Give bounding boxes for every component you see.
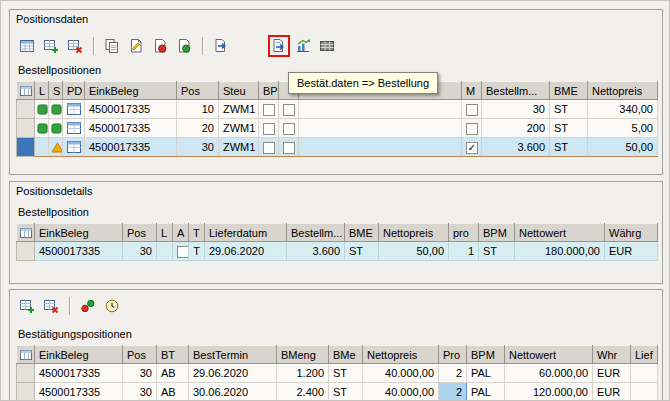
col-pro[interactable]: pro <box>449 224 479 242</box>
cell-steu[interactable]: ZWM1 <box>219 138 259 157</box>
cell-bpm[interactable]: PAL <box>467 364 505 383</box>
cell-bestellmenge[interactable]: 30 <box>482 100 550 119</box>
cell-nettowert[interactable]: 60.000,00 <box>505 364 593 383</box>
row-selector[interactable] <box>17 119 35 138</box>
cell-s[interactable] <box>49 138 63 157</box>
col-bestellmenge[interactable]: Bestellm... <box>482 82 550 100</box>
cell-bpm-checkbox[interactable] <box>259 119 279 138</box>
col-pos[interactable]: Pos <box>123 224 157 242</box>
cell-einkbeleg[interactable]: 4500017335 <box>85 100 177 119</box>
cell-a-checkbox[interactable] <box>173 242 189 261</box>
cell-einkbeleg[interactable]: 4500017335 <box>85 119 177 138</box>
cell-pos[interactable]: 20 <box>177 119 219 138</box>
checkbox-checked[interactable]: ✓ <box>466 142 478 154</box>
cell-bme[interactable]: ST <box>329 383 363 401</box>
cell-bpm[interactable]: PAL <box>467 383 505 401</box>
col-steu[interactable]: Steu <box>219 82 259 100</box>
col-nettopreis[interactable]: Nettopreis <box>363 346 439 364</box>
cell-bt[interactable]: AB <box>157 364 189 383</box>
cell-bestellmenge[interactable]: 200 <box>482 119 550 138</box>
confirmation-to-order-button[interactable] <box>268 35 290 57</box>
col-besttermin[interactable]: BestTermin <box>189 346 277 364</box>
cell-lief[interactable] <box>631 364 658 383</box>
col-pos[interactable]: Pos <box>177 82 219 100</box>
cell-bpm-checkbox[interactable] <box>259 138 279 157</box>
checkbox-unchecked[interactable] <box>263 104 275 116</box>
cell-bestellmenge[interactable]: 3.600 <box>482 138 550 157</box>
table-config-header[interactable] <box>17 82 35 100</box>
cell-bmeng[interactable]: 2.400 <box>277 383 329 401</box>
col-bt[interactable]: BT <box>157 346 189 364</box>
cell-nettopreis[interactable]: 40.000,00 <box>363 383 439 401</box>
checkbox-unchecked[interactable] <box>283 104 295 116</box>
col-m[interactable]: M <box>462 82 482 100</box>
row-selector-selected[interactable] <box>17 138 35 157</box>
col-pro[interactable]: Pro <box>439 346 467 364</box>
cell-l[interactable] <box>35 138 49 157</box>
checkbox-unchecked[interactable] <box>283 142 295 154</box>
cell-pos[interactable]: 30 <box>123 242 157 261</box>
checkbox-unchecked[interactable] <box>263 142 275 154</box>
cell-nettowert[interactable]: 180.000,00 <box>515 242 605 261</box>
cell-pos[interactable]: 10 <box>177 100 219 119</box>
col-bme[interactable]: BME <box>550 82 588 100</box>
checkbox-unchecked[interactable] <box>263 123 275 135</box>
cell-l[interactable] <box>157 242 173 261</box>
col-bpm[interactable]: BPM <box>467 346 505 364</box>
accept-button[interactable] <box>173 35 195 57</box>
cell-einkbeleg[interactable]: 4500017335 <box>35 242 123 261</box>
cell-s[interactable] <box>49 100 63 119</box>
col-bpm[interactable]: BPM <box>479 224 515 242</box>
col-bpm[interactable]: BPM <box>259 82 279 100</box>
transfer-button[interactable] <box>210 35 232 57</box>
cell-bme[interactable]: ST <box>550 138 588 157</box>
cell-pos[interactable]: 30 <box>123 364 157 383</box>
cell-bt[interactable]: AB <box>157 383 189 401</box>
table-config-header[interactable] <box>17 346 35 364</box>
cell-m-checkbox[interactable]: ✓ <box>462 138 482 157</box>
cell-s[interactable] <box>49 119 63 138</box>
cell-checkbox[interactable] <box>279 119 299 138</box>
cell-pos[interactable]: 30 <box>177 138 219 157</box>
cell-whr[interactable]: EUR <box>593 364 631 383</box>
cell-bpm[interactable]: ST <box>479 242 515 261</box>
cell-m-checkbox[interactable] <box>462 100 482 119</box>
cell-bpm-checkbox[interactable] <box>259 100 279 119</box>
col-einkbeleg[interactable]: EinkBeleg <box>35 346 123 364</box>
row-selector[interactable] <box>17 383 35 401</box>
cell-waehrung[interactable]: EUR <box>605 242 658 261</box>
cell-t[interactable]: T <box>189 242 205 261</box>
col-l[interactable]: L <box>35 82 49 100</box>
table-settings-button[interactable] <box>316 35 338 57</box>
col-bmeng[interactable]: BMeng <box>277 346 329 364</box>
checkbox-unchecked[interactable] <box>466 104 478 116</box>
cell-nettopreis[interactable]: 5,00 <box>588 119 658 138</box>
cell-pd[interactable] <box>63 119 85 138</box>
cell-bme[interactable]: ST <box>345 242 379 261</box>
col-l[interactable]: L <box>157 224 173 242</box>
cell-steu[interactable]: ZWM1 <box>219 100 259 119</box>
col-waehrung[interactable]: Währg <box>605 224 658 242</box>
cell-nettopreis[interactable]: 50,00 <box>588 138 658 157</box>
checkbox-unchecked[interactable] <box>283 123 295 135</box>
cell-nettopreis[interactable]: 50,00 <box>379 242 449 261</box>
insert-row-button[interactable] <box>40 35 62 57</box>
details-button[interactable] <box>16 35 38 57</box>
col-lief[interactable]: Lief <box>631 346 658 364</box>
cell-pro[interactable]: 1 <box>449 242 479 261</box>
cell-bme[interactable]: ST <box>329 364 363 383</box>
cell-m-checkbox[interactable] <box>462 119 482 138</box>
statistics-button[interactable] <box>292 35 314 57</box>
cell-l[interactable] <box>35 100 49 119</box>
cell-besttermin[interactable]: 29.06.2020 <box>189 364 277 383</box>
cell-nettopreis[interactable]: 340,00 <box>588 100 658 119</box>
cell-pro-focused[interactable]: 2 <box>439 383 467 401</box>
edit-entry-button[interactable] <box>125 35 147 57</box>
cell-whr[interactable]: EUR <box>593 383 631 401</box>
cell-nettowert[interactable]: 120.000,00 <box>505 383 593 401</box>
col-einkbeleg[interactable]: EinkBeleg <box>35 224 123 242</box>
col-pd[interactable]: PD <box>63 82 85 100</box>
col-nettopreis[interactable]: Nettopreis <box>588 82 658 100</box>
copy-button[interactable] <box>101 35 123 57</box>
monitor-button[interactable] <box>101 295 123 317</box>
